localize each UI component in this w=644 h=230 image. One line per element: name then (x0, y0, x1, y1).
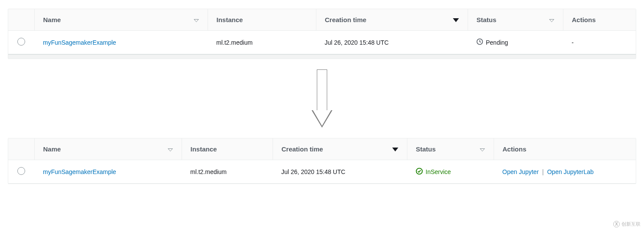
sort-active-desc-icon[interactable] (392, 145, 398, 153)
column-label: Name (43, 16, 61, 23)
sort-icon[interactable] (194, 16, 199, 23)
actions-cell: Open Jupyter | Open JupyterLab (494, 160, 636, 184)
open-jupyter-link[interactable]: Open Jupyter (502, 168, 539, 175)
notebook-name-link[interactable]: myFunSagemakerExample (43, 168, 116, 175)
column-header-actions: Actions (494, 138, 636, 160)
sort-icon[interactable] (549, 16, 554, 23)
column-label: Status (416, 145, 436, 153)
column-header-status[interactable]: Status (468, 9, 563, 31)
actions-cell: - (563, 31, 636, 54)
clock-icon (476, 38, 483, 46)
sort-active-desc-icon[interactable] (453, 16, 459, 23)
creation-time: Jul 26, 2020 15:48 UTC (316, 31, 468, 54)
table-row: myFunSagemakerExample ml.t2.medium Jul 2… (8, 160, 636, 184)
column-header-status[interactable]: Status (407, 138, 494, 160)
column-label: Creation time (325, 16, 367, 23)
column-label: Instance (191, 145, 217, 153)
column-header-creation-time[interactable]: Creation time (273, 138, 407, 160)
status-badge: Pending (476, 38, 508, 46)
column-header-creation-time[interactable]: Creation time (316, 9, 468, 31)
action-separator: | (540, 168, 546, 175)
column-header-name[interactable]: Name (34, 9, 208, 31)
instance-type: ml.t2.medium (208, 31, 316, 54)
status-badge: InService (416, 168, 451, 176)
creation-time: Jul 26, 2020 15:48 UTC (273, 160, 407, 184)
column-header-instance[interactable]: Instance (182, 138, 273, 160)
column-header-instance[interactable]: Instance (208, 9, 316, 31)
column-label: Actions (503, 145, 527, 153)
column-label: Status (477, 16, 497, 23)
table-row: myFunSagemakerExample ml.t2.medium Jul 2… (8, 31, 636, 54)
row-select-radio[interactable] (17, 38, 25, 46)
check-circle-icon (416, 168, 423, 176)
transition-arrow (8, 59, 636, 138)
sort-icon[interactable] (480, 145, 485, 153)
table-footer-strip (8, 54, 636, 59)
column-label: Instance (217, 16, 243, 23)
column-label: Creation time (282, 145, 323, 153)
table-header-row: Name Instance Creation time Status (8, 9, 636, 31)
status-text: InService (426, 168, 451, 175)
notebook-table-after: Name Instance Creation time Status (8, 138, 636, 184)
column-header-name[interactable]: Name (34, 138, 182, 160)
notebook-table-before: Name Instance Creation time Status (8, 9, 636, 59)
column-header-actions: Actions (563, 9, 636, 31)
row-select-radio[interactable] (17, 167, 25, 175)
instance-type: ml.t2.medium (182, 160, 273, 184)
table-header-row: Name Instance Creation time Status (8, 138, 636, 160)
column-label: Actions (572, 16, 596, 23)
notebook-name-link[interactable]: myFunSagemakerExample (43, 39, 116, 46)
down-arrow-icon (312, 69, 332, 130)
status-text: Pending (486, 39, 508, 46)
open-jupyterlab-link[interactable]: Open JupyterLab (547, 168, 593, 175)
column-label: Name (43, 145, 61, 153)
sort-icon[interactable] (168, 145, 173, 153)
